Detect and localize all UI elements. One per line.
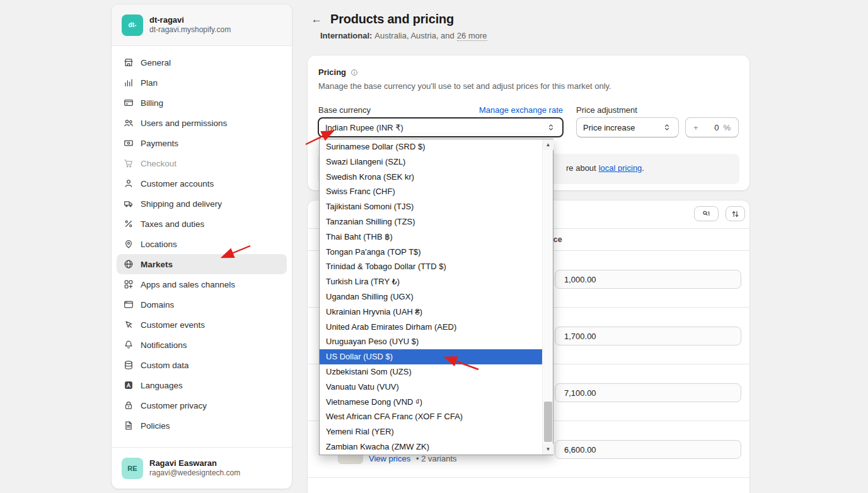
currency-option[interactable]: Surinamese Dollar (SRD $) (320, 139, 542, 154)
base-currency-select[interactable]: Indian Rupee (INR ₹) (318, 117, 564, 137)
sidebar-item-label: Customer events (141, 320, 205, 330)
sort-icon (731, 209, 740, 219)
market-subtitle: International: Australia, Austria, and 2… (320, 31, 487, 41)
caret-sort-icon (662, 122, 672, 132)
view-prices-link[interactable]: View prices (369, 454, 410, 463)
sidebar-item-payments[interactable]: Payments (117, 133, 287, 153)
pricing-description: Manage the base currency you'll use to s… (318, 81, 611, 91)
percent-icon (123, 218, 134, 229)
sidebar-item-apps-and-sales-channels[interactable]: Apps and sales channels (117, 274, 287, 294)
sidebar-item-billing[interactable]: Billing (117, 93, 287, 113)
lock-icon (123, 400, 134, 411)
sidebar-item-checkout[interactable]: Checkout (117, 153, 287, 173)
currency-option[interactable]: Ukrainian Hryvnia (UAH ₴) (320, 304, 542, 320)
back-button[interactable]: ← (308, 10, 325, 28)
sort-button[interactable] (726, 206, 745, 221)
price-input[interactable]: 1,000.00 (555, 270, 741, 289)
banner-period: . (642, 163, 644, 173)
variants-count: • 2 variants (416, 454, 457, 463)
sidebar-item-users-and-permissions[interactable]: Users and permissions (117, 113, 287, 133)
currency-option[interactable]: Turkish Lira (TRY ₺) (320, 274, 542, 289)
base-currency-label: Base currency (318, 105, 371, 115)
currency-option[interactable]: Tajikistani Somoni (TJS) (320, 199, 542, 214)
sidebar-item-domains[interactable]: Domains (117, 294, 287, 315)
currency-dropdown: Surinamese Dollar (SRD $)Swazi Lilangeni… (319, 139, 553, 455)
price-value: 1,700.00 (564, 332, 596, 341)
sidebar-item-plan[interactable]: Plan (117, 72, 287, 93)
currency-option[interactable]: Tongan Pa'anga (TOP T$) (320, 245, 542, 260)
info-icon[interactable] (350, 68, 359, 77)
sidebar-item-label: Customer privacy (141, 401, 207, 410)
currency-dropdown-options: Surinamese Dollar (SRD $)Swazi Lilangeni… (320, 139, 542, 455)
market-countries: Australia, Austria, and (374, 31, 454, 40)
settings-sidebar: dt- dt-ragavi dt-ragavi.myshopify.com Ge… (111, 4, 292, 489)
sidebar-item-label: Taxes and duties (141, 219, 204, 229)
sidebar-item-label: Locations (141, 240, 177, 249)
sidebar-item-customer-accounts[interactable]: Customer accounts (117, 173, 287, 194)
price-input[interactable]: 7,100.00 (555, 383, 741, 402)
sidebar-item-languages[interactable]: Languages (117, 375, 287, 395)
currency-option[interactable]: United Arab Emirates Dirham (AED) (320, 320, 542, 335)
translate-icon (123, 380, 134, 391)
sidebar-item-shipping-and-delivery[interactable]: Shipping and delivery (117, 194, 287, 214)
manage-exchange-rate-link[interactable]: Manage exchange rate (479, 105, 563, 115)
sidebar-item-label: Users and permissions (141, 119, 227, 128)
more-countries-link[interactable]: 26 more (457, 31, 487, 41)
user-footer: RE Ragavi Easwaran ragavi@wedesigntech.c… (112, 447, 292, 489)
store-header: dt- dt-ragavi dt-ragavi.myshopify.com (112, 4, 292, 46)
store-icon (123, 57, 134, 68)
scroll-down-button[interactable]: ▼ (543, 444, 553, 455)
sidebar-item-customer-events[interactable]: Customer events (117, 315, 287, 335)
adjustment-value: 0 (714, 123, 719, 132)
scrollbar-thumb[interactable] (544, 402, 552, 442)
currency-option[interactable]: Vanuatu Vatu (VUV) (320, 380, 542, 395)
currency-option[interactable]: Thai Baht (THB ฿) (320, 229, 542, 245)
currency-option[interactable]: Zambian Kwacha (ZMW ZK) (320, 439, 542, 455)
bell-icon (123, 339, 134, 351)
sidebar-item-markets[interactable]: Markets (117, 254, 287, 274)
sidebar-item-notifications[interactable]: Notifications (117, 335, 287, 355)
currency-option[interactable]: Trinidad & Tobago Dollar (TTD $) (320, 259, 542, 274)
scroll-up-button[interactable]: ▲ (543, 139, 553, 150)
currency-option[interactable]: Vietnamese Dong (VND ₫) (320, 395, 542, 410)
price-value: 1,000.00 (564, 275, 596, 284)
currency-option[interactable]: Swiss Franc (CHF) (320, 184, 542, 199)
local-pricing-link[interactable]: local pricing (599, 163, 642, 173)
price-adjustment-select[interactable]: Price increase (576, 117, 679, 137)
currency-option[interactable]: Swedish Krona (SEK kr) (320, 170, 542, 185)
adjustment-unit: % (723, 123, 731, 132)
sidebar-item-custom-data[interactable]: Custom data (117, 355, 287, 375)
price-input[interactable]: 6,600.00 (555, 440, 741, 459)
currency-option[interactable]: Swazi Lilangeni (SZL) (320, 154, 542, 170)
adjustment-percent-input[interactable]: + 0 % (685, 117, 739, 137)
sidebar-item-general[interactable]: General (117, 52, 287, 72)
currency-option[interactable]: West African CFA Franc (XOF F CFA) (320, 409, 542, 424)
store-name: dt-ragavi (149, 15, 231, 25)
sidebar-item-customer-privacy[interactable]: Customer privacy (117, 395, 287, 415)
sidebar-item-label: Customer accounts (141, 179, 214, 188)
currency-option[interactable]: Ugandan Shilling (UGX) (320, 289, 542, 304)
currency-option[interactable]: Tanzanian Shilling (TZS) (320, 214, 542, 229)
cursor-icon (123, 319, 134, 330)
currency-option[interactable]: Uruguayan Peso (UYU $) (320, 334, 542, 349)
currency-option[interactable]: US Dollar (USD $) (320, 349, 542, 364)
currency-option[interactable]: Yemeni Rial (YER) (320, 424, 542, 439)
price-input[interactable]: 1,700.00 (555, 327, 741, 345)
sidebar-item-label: Plan (141, 78, 158, 88)
currency-option[interactable]: Uzbekistani Som (UZS) (320, 364, 542, 380)
user-info: Ragavi Easwaran ragavi@wedesigntech.com (149, 458, 240, 478)
pin-icon (123, 238, 134, 250)
search-filter-button[interactable] (694, 206, 719, 221)
users-icon (123, 117, 134, 129)
cart-icon (123, 158, 134, 169)
database-icon (123, 359, 134, 371)
sidebar-item-label: Markets (141, 260, 173, 269)
sidebar-item-label: Payments (141, 139, 178, 148)
sidebar-item-locations[interactable]: Locations (117, 234, 287, 254)
sidebar-item-taxes-and-duties[interactable]: Taxes and duties (117, 214, 287, 234)
sidebar-item-policies[interactable]: Policies (117, 415, 287, 436)
sidebar-item-label: Shipping and delivery (141, 199, 222, 209)
base-currency-value: Indian Rupee (INR ₹) (325, 123, 403, 132)
caret-sort-icon (546, 122, 556, 132)
sidebar-item-label: Domains (141, 300, 174, 310)
